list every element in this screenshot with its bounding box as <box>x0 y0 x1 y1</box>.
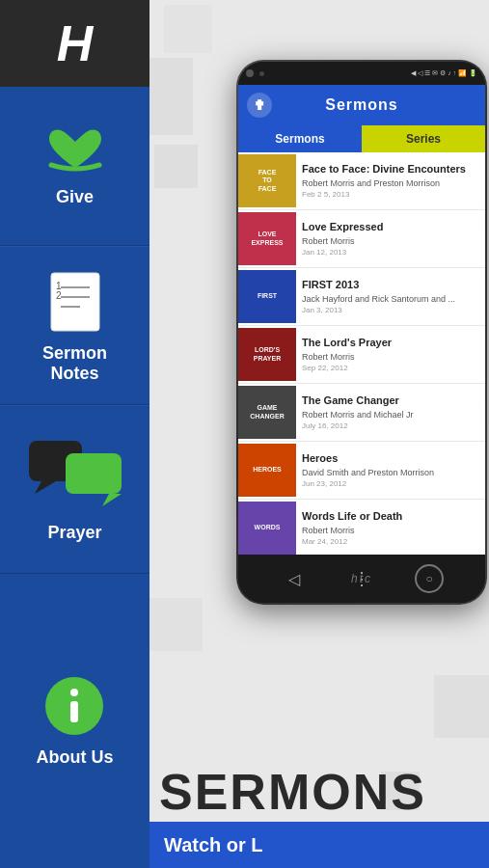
sermon-thumbnail: LORD'S PRAYER <box>238 326 296 383</box>
sidebar-header-letter: H <box>57 14 94 72</box>
sermon-thumbnail: GAME CHANGER <box>238 384 296 441</box>
svg-rect-8 <box>66 453 122 494</box>
svg-marker-7 <box>35 481 56 494</box>
speaker <box>259 71 264 76</box>
sermon-title: Love Expressed <box>302 221 479 233</box>
sermon-thumbnail: WORDS <box>238 500 296 555</box>
sermon-thumbnail: FACE TO FACE <box>238 152 296 209</box>
status-icons: ◀ ◁ ☰ ✉ ⚙ ♪ ↑ 📶 🔋 <box>411 69 477 77</box>
app-bar: ✟ Sermons <box>238 85 485 125</box>
sermon-title: The Game Changer <box>302 394 479 407</box>
sermon-title: Heroes <box>302 452 479 465</box>
sermon-info: FIRST 2013Jack Hayford and Rick Santorum… <box>296 268 485 325</box>
svg-text:2: 2 <box>56 290 62 301</box>
give-icon <box>41 124 109 177</box>
deco-square-4 <box>154 145 198 188</box>
svg-rect-12 <box>70 701 78 722</box>
sermon-item[interactable]: FIRSTFIRST 2013Jack Hayford and Rick San… <box>238 268 485 326</box>
sermon-thumbnail: LOVE EXPRESS <box>238 210 296 267</box>
sermon-author: Robert Morris <box>302 526 479 535</box>
sermon-author: Robert Morris <box>302 352 479 362</box>
deco-square-3 <box>164 5 212 53</box>
sermon-author: Robert Morris and Preston Morrison <box>302 178 479 188</box>
htc-label: htc <box>351 572 372 585</box>
sidebar-give-button[interactable]: Give <box>0 87 149 246</box>
sermon-date: Feb 2 5, 2013 <box>302 190 479 199</box>
sermon-title: Face to Face: Divine Encounters <box>302 163 479 176</box>
sermon-info: The Lord's PrayerRobert MorrisSep 22, 20… <box>296 326 485 383</box>
sermon-item[interactable]: GAME CHANGERThe Game ChangerRobert Morri… <box>238 384 485 442</box>
sermon-date: Jun 23, 2012 <box>302 479 479 488</box>
sermon-author: Jack Hayford and Rick Santorum and ... <box>302 294 479 304</box>
sidebar-prayer-button[interactable]: Prayer <box>0 405 149 574</box>
sermon-thumbnail: FIRST <box>238 268 296 325</box>
app-logo: ✟ <box>246 92 273 119</box>
tab-sermons[interactable]: Sermons <box>238 125 362 152</box>
sermon-info: Face to Face: Divine EncountersRobert Mo… <box>296 152 485 209</box>
sermon-info: HeroesDavid Smith and Preston MorrisonJu… <box>296 442 485 499</box>
tab-series[interactable]: Series <box>362 125 485 152</box>
sermon-title: The Lord's Prayer <box>302 337 479 349</box>
sermon-info: Love ExpressedRobert MorrisJan 12, 2013 <box>296 210 485 267</box>
sidebar-about-button[interactable]: About Us <box>0 574 149 868</box>
sidebar-sermon-notes-button[interactable]: 1 2 Sermon Notes <box>0 246 149 405</box>
app-title: Sermons <box>325 96 397 114</box>
sermon-date: July 16, 2012 <box>302 421 479 430</box>
back-button[interactable]: ◁ <box>280 569 309 588</box>
bottom-area: SERMONS Watch or L <box>149 694 489 868</box>
sermon-date: Jan 3, 2013 <box>302 306 479 314</box>
phone-screen: ◀ ◁ ☰ ✉ ⚙ ♪ ↑ 📶 🔋 ✟ Sermons Sermons Seri… <box>238 62 485 603</box>
watch-banner: Watch or L <box>149 822 489 868</box>
prayer-icon <box>27 436 123 513</box>
phone-container: ◀ ◁ ☰ ✉ ⚙ ♪ ↑ 📶 🔋 ✟ Sermons Sermons Seri… <box>236 60 489 610</box>
sermon-date: Jan 12, 2013 <box>302 248 479 257</box>
sermon-info: The Game ChangerRobert Morris and Michae… <box>296 384 485 441</box>
svg-marker-9 <box>102 494 122 506</box>
left-sidebar: H Give 1 2 <box>0 0 149 868</box>
sermon-date: Sep 22, 2012 <box>302 364 479 372</box>
sermon-notes-icon: 1 2 <box>46 268 104 336</box>
svg-point-11 <box>70 689 78 696</box>
sermon-list: FACE TO FACEFace to Face: Divine Encount… <box>238 152 485 555</box>
sermon-title: FIRST 2013 <box>302 279 479 291</box>
deco-square-7 <box>149 598 203 651</box>
camera-dot <box>246 69 254 77</box>
sermon-author: David Smith and Preston Morrison <box>302 468 479 477</box>
home-button[interactable]: ○ <box>415 564 444 593</box>
phone-bottom-nav: ◁ ⋮ ○ htc <box>238 555 485 603</box>
sermons-big-text: SERMONS <box>149 767 489 822</box>
sermon-thumbnail: HEROES <box>238 442 296 499</box>
sermon-date: Mar 24, 2012 <box>302 537 479 546</box>
sermon-notes-label: Sermon Notes <box>42 343 107 384</box>
watch-text: Watch or L <box>164 834 263 856</box>
sermon-title: Words Life or Death <box>302 510 479 523</box>
phone-outer: ◀ ◁ ☰ ✉ ⚙ ♪ ↑ 📶 🔋 ✟ Sermons Sermons Seri… <box>236 60 487 605</box>
sermon-info: Words Life or DeathRobert MorrisMar 24, … <box>296 500 485 555</box>
about-icon <box>43 675 106 738</box>
sermon-item[interactable]: LOVE EXPRESSLove ExpressedRobert MorrisJ… <box>238 210 485 268</box>
sermon-item[interactable]: WORDSWords Life or DeathRobert MorrisMar… <box>238 500 485 555</box>
about-us-label: About Us <box>37 747 114 768</box>
sermon-item[interactable]: FACE TO FACEFace to Face: Divine Encount… <box>238 152 485 210</box>
status-bar: ◀ ◁ ☰ ✉ ⚙ ♪ ↑ 📶 🔋 <box>238 62 485 85</box>
sermon-author: Robert Morris and Michael Jr <box>302 410 479 420</box>
prayer-label: Prayer <box>47 523 101 543</box>
sermon-author: Robert Morris <box>302 236 479 246</box>
sermon-item[interactable]: HEROESHeroesDavid Smith and Preston Morr… <box>238 442 485 500</box>
tab-bar: Sermons Series <box>238 125 485 152</box>
sidebar-header: H <box>0 0 149 87</box>
svg-text:✟: ✟ <box>254 97 265 113</box>
sermon-item[interactable]: LORD'S PRAYERThe Lord's PrayerRobert Mor… <box>238 326 485 384</box>
camera-area <box>246 69 264 77</box>
give-label: Give <box>56 187 94 207</box>
